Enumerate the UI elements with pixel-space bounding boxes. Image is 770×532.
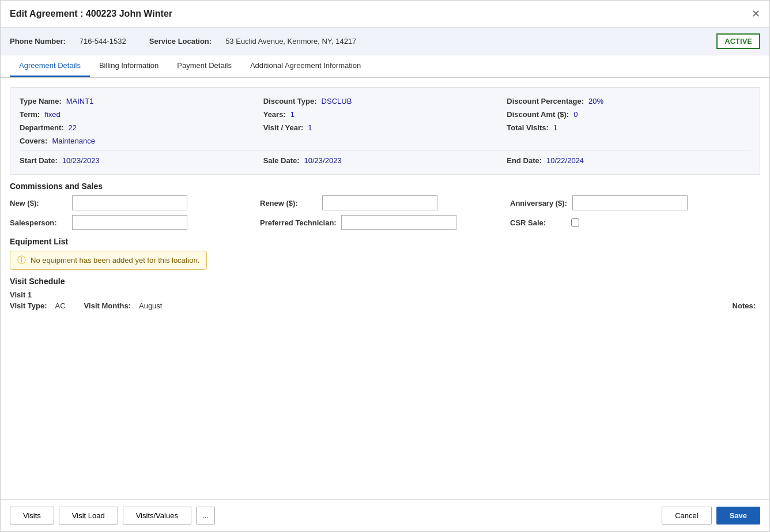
discount-pct-value: 20%	[588, 97, 603, 105]
visit-year-value: 1	[308, 123, 312, 132]
salesperson-input[interactable]	[72, 215, 187, 230]
dates-row: Start Date: 10/23/2023 Sale Date: 10/23/…	[20, 150, 750, 167]
csr-sale-label: CSR Sale:	[510, 218, 568, 227]
cancel-button[interactable]: Cancel	[662, 507, 711, 525]
start-date-label: Start Date:	[20, 156, 58, 165]
visit-year-label: Visit / Year:	[263, 123, 304, 132]
details-row-3: Department: 22 Visit / Year: 1 Total Vis…	[20, 121, 750, 134]
term-cell: Term: fixed	[20, 110, 263, 119]
tab-agreement-details[interactable]: Agreement Details	[10, 55, 90, 77]
salesperson-row: Salesperson:	[10, 215, 260, 230]
renew-commission-row: Renew ($):	[260, 195, 510, 210]
discount-amt-value: 0	[573, 110, 578, 119]
visit1-label: Visit 1	[10, 290, 760, 299]
total-visits-value: 1	[553, 123, 557, 132]
equipment-notice: ⓘ No equipment has been added yet for th…	[10, 251, 207, 270]
salesperson-label: Salesperson:	[10, 218, 67, 227]
main-content: Type Name: MAINT1 Discount Type: DSCLUB …	[1, 78, 769, 499]
covers-cell: Covers: Maintenance	[20, 137, 263, 145]
department-cell: Department: 22	[20, 123, 263, 132]
visit-load-button[interactable]: Visit Load	[59, 507, 118, 525]
new-commission-label: New ($):	[10, 199, 67, 207]
close-button[interactable]: ✕	[752, 7, 760, 20]
type-name-cell: Type Name: MAINT1	[20, 97, 263, 105]
years-value: 1	[290, 110, 295, 119]
visit-months-field: Visit Months: August	[84, 301, 163, 310]
more-button[interactable]: ...	[196, 507, 215, 525]
term-label: Term:	[20, 110, 40, 119]
equipment-title: Equipment List	[10, 237, 760, 246]
visits-values-button[interactable]: Visits/Values	[123, 507, 191, 525]
status-badge: ACTIVE	[716, 33, 760, 49]
discount-pct-cell: Discount Percentage: 20%	[507, 97, 750, 105]
modal-header: Edit Agreement : 400223 John Winter ✕	[1, 1, 769, 28]
sale-date-label: Sale Date:	[263, 156, 300, 165]
discount-pct-label: Discount Percentage:	[507, 97, 584, 105]
discount-type-label: Discount Type:	[263, 97, 317, 105]
renew-commission-input[interactable]	[322, 195, 437, 210]
anniversary-commission-label: Anniversary ($):	[510, 199, 568, 207]
discount-type-cell: Discount Type: DSCLUB	[263, 97, 507, 105]
visit-schedule-title: Visit Schedule	[10, 277, 760, 286]
save-button[interactable]: Save	[716, 507, 760, 525]
modal-title: Edit Agreement : 400223 John Winter	[10, 9, 172, 19]
total-visits-cell: Total Visits: 1	[507, 123, 750, 132]
type-name-label: Type Name:	[20, 97, 62, 105]
notes-field: Notes:	[733, 301, 760, 310]
tab-additional-agreement-information[interactable]: Additional Agreement Information	[241, 55, 370, 77]
details-row-2: Term: fixed Years: 1 Discount Amt ($): 0	[20, 108, 750, 121]
agreement-details-grid: Type Name: MAINT1 Discount Type: DSCLUB …	[10, 87, 760, 175]
sale-date-cell: Sale Date: 10/23/2023	[263, 156, 507, 165]
visit-months-label: Visit Months:	[84, 301, 131, 310]
type-name-value: MAINT1	[66, 97, 94, 105]
preferred-tech-input[interactable]	[341, 215, 456, 230]
end-date-label: End Date:	[507, 156, 542, 165]
end-date-cell: End Date: 10/22/2024	[507, 156, 750, 165]
renew-commission-label: Renew ($):	[260, 199, 318, 207]
phone-value: 716-544-1532	[80, 37, 126, 46]
footer-right-buttons: Cancel Save	[662, 507, 760, 525]
notice-icon: ⓘ	[17, 255, 26, 266]
commissions-title: Commissions and Sales	[10, 182, 760, 191]
visits-button[interactable]: Visits	[10, 507, 54, 525]
department-value: 22	[69, 123, 77, 132]
term-value: fixed	[44, 110, 60, 119]
phone-label: Phone Number:	[10, 37, 66, 46]
covers-value: Maintenance	[52, 137, 95, 145]
csr-sale-checkbox[interactable]	[571, 218, 579, 227]
equipment-section: Equipment List ⓘ No equipment has been a…	[10, 237, 760, 270]
department-label: Department:	[20, 123, 64, 132]
preferred-tech-label: Preferred Technician:	[260, 218, 337, 227]
visit-type-value: AC	[55, 301, 66, 310]
details-row-1: Type Name: MAINT1 Discount Type: DSCLUB …	[20, 95, 750, 108]
tabs-container: Agreement Details Billing Information Pa…	[1, 55, 769, 78]
anniversary-commission-input[interactable]	[572, 195, 688, 210]
years-cell: Years: 1	[263, 110, 507, 119]
edit-agreement-modal: Edit Agreement : 400223 John Winter ✕ Ph…	[0, 0, 770, 532]
visit-info-row: Visit Type: AC Visit Months: August Note…	[10, 301, 760, 310]
covers-label: Covers:	[20, 137, 47, 145]
new-commission-input[interactable]	[72, 195, 187, 210]
discount-amt-cell: Discount Amt ($): 0	[507, 110, 750, 119]
discount-type-value: DSCLUB	[322, 97, 352, 105]
info-bar: Phone Number: 716-544-1532 Service Locat…	[1, 28, 769, 55]
end-date-value: 10/22/2024	[546, 156, 584, 165]
footer-left-buttons: Visits Visit Load Visits/Values ...	[10, 507, 215, 525]
visit-year-cell: Visit / Year: 1	[263, 123, 507, 132]
start-date-value: 10/23/2023	[62, 156, 100, 165]
anniversary-commission-row: Anniversary ($):	[510, 195, 760, 210]
modal-footer: Visits Visit Load Visits/Values ... Canc…	[1, 499, 769, 531]
tab-payment-details[interactable]: Payment Details	[168, 55, 241, 77]
years-label: Years:	[263, 110, 286, 119]
details-row-4: Covers: Maintenance	[20, 134, 750, 148]
tab-billing-information[interactable]: Billing Information	[90, 55, 168, 77]
visit-type-field: Visit Type: AC	[10, 301, 66, 310]
commissions-section: Commissions and Sales New ($): Renew ($)…	[10, 182, 760, 230]
csr-sale-row: CSR Sale:	[510, 215, 760, 230]
start-date-cell: Start Date: 10/23/2023	[20, 156, 263, 165]
visit-months-value: August	[139, 301, 162, 310]
notes-label: Notes:	[733, 301, 756, 310]
sale-date-value: 10/23/2023	[304, 156, 342, 165]
equipment-notice-text: No equipment has been added yet for this…	[31, 256, 199, 265]
total-visits-label: Total Visits:	[507, 123, 548, 132]
